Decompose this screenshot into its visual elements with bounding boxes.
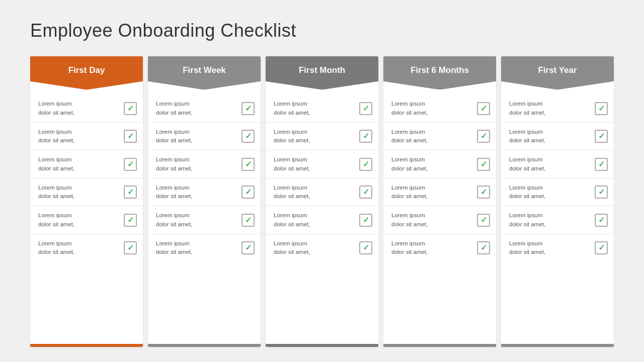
checkmark-icon: ✓ [598, 244, 605, 252]
list-item: Lorem ipsum dolor sit amet,✓ [501, 123, 614, 151]
column-first-week: First WeekLorem ipsum dolor sit amet,✓Lo… [148, 56, 261, 347]
item-text: Lorem ipsum dolor sit amet, [38, 128, 74, 145]
checkbox[interactable]: ✓ [359, 158, 372, 171]
checkbox[interactable]: ✓ [359, 241, 372, 254]
list-item: Lorem ipsum dolor sit amet,✓ [383, 95, 496, 123]
checkmark-icon: ✓ [480, 188, 487, 196]
checkbox[interactable]: ✓ [124, 214, 137, 227]
column-header-title-first-day: First Day [68, 65, 105, 75]
list-item: Lorem ipsum dolor sit amet,✓ [501, 150, 614, 178]
checkmark-icon: ✓ [245, 216, 252, 224]
checkbox[interactable]: ✓ [595, 214, 608, 227]
list-item: Lorem ipsum dolor sit amet,✓ [383, 178, 496, 207]
checkmark-icon: ✓ [127, 244, 134, 252]
column-footer-first-6-months [383, 344, 496, 347]
page-title: Employee Onboarding Checklist [30, 20, 614, 41]
checkbox[interactable]: ✓ [477, 186, 490, 199]
checkbox[interactable]: ✓ [595, 158, 608, 171]
checkbox[interactable]: ✓ [124, 130, 137, 143]
list-item: Lorem ipsum dolor sit amet,✓ [383, 206, 496, 234]
checkbox[interactable]: ✓ [242, 241, 255, 254]
item-text: Lorem ipsum dolor sit amet, [274, 155, 310, 173]
checkbox[interactable]: ✓ [242, 186, 255, 199]
list-item: Lorem ipsum dolor sit amet,✓ [30, 95, 143, 123]
column-first-day: First DayLorem ipsum dolor sit amet,✓Lor… [30, 56, 143, 347]
column-header-first-week: First Week [148, 56, 261, 89]
item-text: Lorem ipsum dolor sit amet, [274, 184, 310, 201]
column-first-month: First MonthLorem ipsum dolor sit amet,✓L… [266, 56, 378, 347]
list-item: Lorem ipsum dolor sit amet,✓ [30, 206, 143, 234]
checkmark-icon: ✓ [598, 188, 605, 196]
list-item: Lorem ipsum dolor sit amet,✓ [501, 234, 614, 262]
checkmark-icon: ✓ [480, 132, 487, 140]
checkmark-icon: ✓ [127, 216, 134, 224]
column-header-first-year: First Year [501, 56, 614, 89]
checkbox[interactable]: ✓ [242, 158, 255, 171]
checkbox[interactable]: ✓ [359, 214, 372, 227]
list-item: Lorem ipsum dolor sit amet,✓ [148, 206, 261, 234]
checkmark-icon: ✓ [363, 105, 369, 113]
checkbox[interactable]: ✓ [242, 102, 255, 115]
checkbox[interactable]: ✓ [477, 241, 490, 254]
item-text: Lorem ipsum dolor sit amet, [391, 184, 428, 201]
column-header-title-first-6-months: First 6 Months [411, 65, 469, 75]
checkmark-icon: ✓ [363, 216, 369, 224]
column-body-first-day: Lorem ipsum dolor sit amet,✓Lorem ipsum … [30, 89, 143, 344]
list-item: Lorem ipsum dolor sit amet,✓ [30, 234, 143, 262]
checkmark-icon: ✓ [363, 188, 369, 196]
item-text: Lorem ipsum dolor sit amet, [509, 128, 545, 145]
checkbox[interactable]: ✓ [359, 130, 372, 143]
list-item: Lorem ipsum dolor sit amet,✓ [30, 178, 143, 207]
item-text: Lorem ipsum dolor sit amet, [391, 211, 428, 229]
item-text: Lorem ipsum dolor sit amet, [274, 100, 310, 117]
item-text: Lorem ipsum dolor sit amet, [156, 155, 192, 173]
item-text: Lorem ipsum dolor sit amet, [274, 128, 310, 145]
item-text: Lorem ipsum dolor sit amet, [38, 155, 74, 173]
column-header-title-first-year: First Year [538, 65, 577, 75]
checkmark-icon: ✓ [480, 244, 487, 252]
item-text: Lorem ipsum dolor sit amet, [509, 239, 545, 257]
item-text: Lorem ipsum dolor sit amet, [391, 128, 428, 145]
checkbox[interactable]: ✓ [242, 130, 255, 143]
column-header-title-first-month: First Month [299, 65, 346, 75]
column-footer-first-month [266, 344, 378, 347]
columns-container: First DayLorem ipsum dolor sit amet,✓Lor… [30, 56, 614, 347]
column-first-year: First YearLorem ipsum dolor sit amet,✓Lo… [501, 56, 614, 347]
list-item: Lorem ipsum dolor sit amet,✓ [383, 123, 496, 151]
checkbox[interactable]: ✓ [477, 130, 490, 143]
list-item: Lorem ipsum dolor sit amet,✓ [383, 150, 496, 178]
checkbox[interactable]: ✓ [124, 158, 137, 171]
checkbox[interactable]: ✓ [242, 214, 255, 227]
list-item: Lorem ipsum dolor sit amet,✓ [148, 150, 261, 178]
checkbox[interactable]: ✓ [595, 130, 608, 143]
checkbox[interactable]: ✓ [595, 102, 608, 115]
item-text: Lorem ipsum dolor sit amet, [156, 100, 192, 117]
checkbox[interactable]: ✓ [124, 186, 137, 199]
checkmark-icon: ✓ [598, 132, 605, 140]
checkbox[interactable]: ✓ [595, 186, 608, 199]
checkbox[interactable]: ✓ [477, 158, 490, 171]
item-text: Lorem ipsum dolor sit amet, [156, 211, 192, 229]
item-text: Lorem ipsum dolor sit amet, [274, 211, 310, 229]
item-text: Lorem ipsum dolor sit amet, [156, 128, 192, 145]
column-header-first-6-months: First 6 Months [383, 56, 496, 89]
checkbox[interactable]: ✓ [359, 102, 372, 115]
checkbox[interactable]: ✓ [359, 186, 372, 199]
checkmark-icon: ✓ [127, 160, 134, 168]
list-item: Lorem ipsum dolor sit amet,✓ [266, 123, 378, 151]
column-header-first-month: First Month [266, 56, 378, 89]
column-header-title-first-week: First Week [183, 65, 226, 75]
column-footer-first-day [30, 344, 143, 347]
checkbox[interactable]: ✓ [124, 102, 137, 115]
list-item: Lorem ipsum dolor sit amet,✓ [266, 95, 378, 123]
item-text: Lorem ipsum dolor sit amet, [156, 184, 192, 201]
list-item: Lorem ipsum dolor sit amet,✓ [148, 123, 261, 151]
list-item: Lorem ipsum dolor sit amet,✓ [266, 150, 378, 178]
checkmark-icon: ✓ [480, 105, 487, 113]
checkbox[interactable]: ✓ [595, 241, 608, 254]
column-body-first-week: Lorem ipsum dolor sit amet,✓Lorem ipsum … [148, 89, 261, 344]
checkmark-icon: ✓ [127, 132, 134, 140]
checkbox[interactable]: ✓ [124, 241, 137, 254]
checkbox[interactable]: ✓ [477, 214, 490, 227]
checkbox[interactable]: ✓ [477, 102, 490, 115]
